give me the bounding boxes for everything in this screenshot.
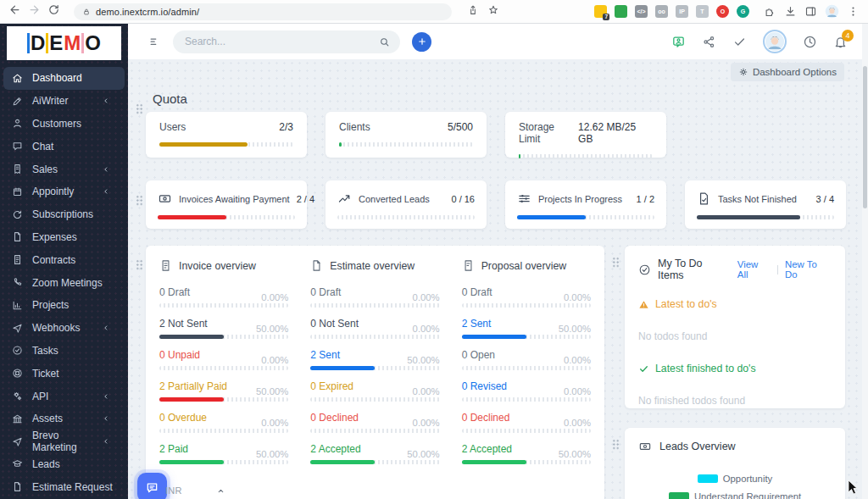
view-all-link[interactable]: View All — [737, 259, 771, 280]
sidebar-item-label: Assets — [32, 413, 63, 424]
sidebar-item-appointly[interactable]: Appointly — [0, 180, 128, 203]
sidebar-item-webhooks[interactable]: Webhooks — [0, 317, 128, 340]
star-icon[interactable] — [487, 4, 499, 16]
sidebar-item-contracts[interactable]: Contracts — [0, 248, 128, 271]
sidebar-item-chat[interactable]: Chat — [0, 135, 128, 158]
download-icon[interactable] — [784, 5, 797, 18]
drag-handle-kpis[interactable] — [136, 195, 143, 206]
logo-letter: M — [64, 33, 81, 53]
chat-fab-button[interactable] — [137, 473, 167, 499]
ip-extension-icon[interactable]: IP — [676, 5, 688, 18]
sidebar-item-assets[interactable]: Assets — [0, 408, 128, 430]
address-bar[interactable]: demo.inextcrm.io/admin/ — [74, 3, 452, 20]
new-todo-link[interactable]: New To Do — [785, 259, 832, 280]
notifications-bell-icon[interactable]: 4 — [833, 35, 848, 49]
url-text[interactable]: demo.inextcrm.io/admin/ — [96, 7, 199, 17]
overview-row-overdue: 0 Overdue0.00% — [159, 412, 288, 433]
overview-row-label: 0 Draft — [310, 286, 341, 298]
overview-progress-fill — [462, 460, 526, 464]
quota-card-label: Users — [159, 121, 186, 133]
share-up-icon[interactable] — [467, 4, 479, 16]
sidebar-item-tasks[interactable]: Tasks — [0, 340, 128, 363]
overview-row-percent: 50.00% — [559, 324, 591, 335]
window-icon[interactable] — [804, 5, 817, 18]
green-extension-icon[interactable] — [615, 5, 627, 18]
gamepad-extension-icon[interactable]: oo — [655, 5, 668, 18]
overview-progress-track — [310, 303, 439, 308]
sidebar-item-ticket[interactable]: Ticket — [0, 362, 128, 385]
check-icon[interactable] — [732, 35, 747, 49]
arrow-left-icon[interactable] — [8, 3, 21, 16]
overview-row-percent: 0.00% — [261, 418, 288, 430]
sidebar-toggle-icon[interactable] — [148, 36, 161, 48]
sidebar-item-brevo-marketing[interactable]: Brevo Marketing — [0, 430, 128, 453]
user-card-icon[interactable] — [671, 35, 686, 49]
browser-window-icons — [764, 4, 860, 19]
kpi-card-projects-in-progress: Projects In Progress1 / 2 — [505, 180, 666, 229]
sidebar-item-projects[interactable]: Projects — [0, 294, 128, 317]
sidebar-item-customers[interactable]: Customers — [0, 113, 128, 136]
drag-handle-overview[interactable] — [136, 259, 143, 270]
red-o-extension-icon[interactable]: O — [716, 5, 729, 18]
sidebar-item-estimate-request[interactable]: Estimate Request — [0, 475, 128, 498]
browser-toolbar: demo.inextcrm.io/admin/ 7</>ooIPTOG — [0, 0, 868, 24]
overview-row-percent: 0.00% — [261, 355, 288, 367]
quota-card-label: Storage Limit — [519, 121, 578, 145]
search-input[interactable] — [183, 35, 372, 48]
reload-icon[interactable] — [47, 3, 60, 16]
overview-row-label: 0 Revised — [462, 380, 507, 392]
legend-swatch — [669, 492, 689, 499]
receipt-icon — [12, 164, 23, 175]
chat-extension-icon[interactable]: 7 — [594, 5, 607, 18]
scrollbar-thumb[interactable] — [863, 66, 867, 208]
overview-progress-track — [462, 460, 591, 464]
overview-row-label: 2 Sent — [462, 318, 492, 330]
code-extension-icon[interactable]: </> — [635, 5, 648, 18]
drag-handle-leads[interactable] — [612, 439, 620, 450]
overview-row-line: 2 Paid50.00% — [159, 443, 288, 455]
cash-icon — [638, 440, 652, 453]
sidebar-item-sales[interactable]: Sales — [0, 158, 128, 180]
app-logo[interactable]: DEMO — [7, 26, 121, 60]
arrow-right-icon[interactable] — [28, 3, 41, 16]
kpi-card-label: Tasks Not Finished — [718, 194, 797, 204]
quota-progress-fill — [159, 142, 248, 147]
sidebar-item-expenses[interactable]: Expenses — [0, 226, 128, 249]
overview-column-title: Invoice overview — [179, 260, 256, 272]
overview-row-not-sent: 0 Not Sent0.00% — [310, 318, 439, 339]
sidebar-item-label: AiWriter — [32, 95, 68, 107]
overview-progress-fill — [159, 335, 224, 339]
kpi-cards-row: Invoices Awaiting Payment2 / 4Converted … — [146, 180, 846, 229]
sidebar-item-dashboard[interactable]: Dashboard — [3, 67, 125, 90]
overview-row-line: 0 Open0.00% — [462, 349, 591, 361]
todo-title: My To Do Items — [658, 258, 731, 281]
check-circle-icon — [638, 263, 651, 276]
drag-handle-todo[interactable] — [612, 257, 620, 268]
lock-icon — [82, 8, 91, 16]
sidebar-item-leads[interactable]: Leads — [0, 453, 128, 476]
teal-g-extension-icon[interactable]: G — [737, 5, 749, 18]
sidebar-item-aiwriter[interactable]: AiWriter — [0, 90, 128, 113]
quick-add-button[interactable] — [412, 32, 431, 52]
currency-selector[interactable]: INR — [165, 485, 225, 496]
sidebar-item-subscriptions[interactable]: Subscriptions — [0, 203, 128, 226]
quota-progress-track — [339, 142, 473, 147]
user-avatar[interactable] — [763, 30, 787, 53]
drag-handle-quota[interactable] — [136, 103, 143, 114]
dashboard-options-button[interactable]: Dashboard Options — [731, 63, 844, 81]
browser-profile-avatar[interactable] — [825, 4, 839, 19]
puzzle-icon[interactable] — [764, 5, 776, 18]
kpi-card-label: Projects In Progress — [538, 194, 622, 204]
clock-icon[interactable] — [803, 35, 817, 49]
sidebar-item-api[interactable]: API — [0, 385, 128, 408]
share-nodes-icon[interactable] — [702, 35, 716, 49]
sidebar-item-zoom-meetings[interactable]: Zoom Meetings — [0, 271, 128, 294]
kebab-icon[interactable] — [847, 5, 860, 18]
search-icon[interactable] — [379, 36, 390, 47]
sidebar-item-label: Expenses — [32, 231, 77, 243]
chevron-left-icon — [102, 324, 110, 332]
quota-card-clients: Clients5/500 — [326, 112, 487, 158]
quota-progress-fill — [339, 142, 342, 147]
text-extension-icon[interactable]: T — [696, 5, 709, 18]
sidebar-item-label: Customers — [32, 118, 81, 130]
